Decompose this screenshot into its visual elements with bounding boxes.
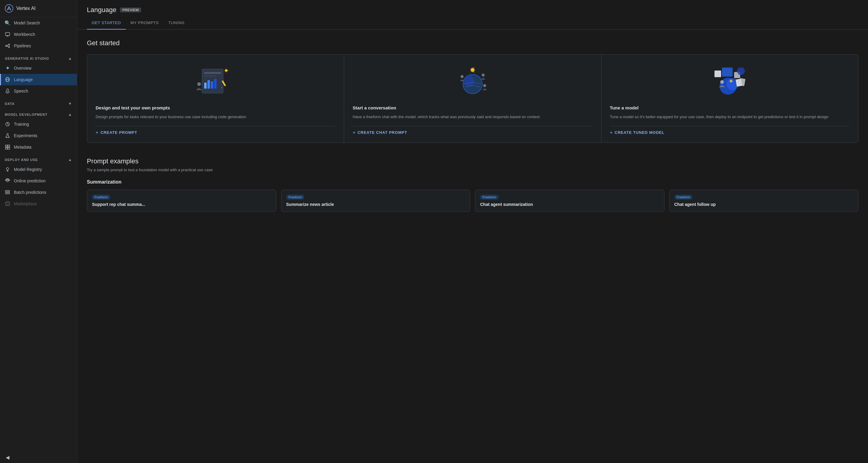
- card-3-illustration: [610, 63, 849, 99]
- sidebar-label-batch-predictions: Batch predictions: [14, 190, 46, 195]
- section-model-development[interactable]: MODEL DEVELOPMENT ▲: [0, 108, 77, 119]
- app-title: Vertex AI: [16, 6, 36, 11]
- sidebar-label-model-registry: Model Registry: [14, 167, 42, 172]
- sidebar-label-pipelines: Pipelines: [14, 43, 31, 48]
- svg-point-33: [197, 82, 201, 86]
- section-deploy-chevron: ▲: [68, 158, 72, 162]
- svg-rect-16: [5, 145, 7, 147]
- tab-get-started[interactable]: GET STARTED: [87, 16, 126, 29]
- sidebar-item-marketplace[interactable]: Marketplace: [0, 198, 77, 209]
- svg-point-0: [5, 4, 13, 12]
- svg-point-20: [6, 168, 9, 170]
- svg-point-37: [464, 76, 474, 87]
- svg-rect-43: [714, 70, 721, 77]
- example-card-1[interactable]: Freeform Summarize news article: [281, 190, 470, 212]
- workbench-icon: [5, 32, 10, 37]
- svg-rect-26: [204, 72, 221, 74]
- card-2-illustration: [352, 63, 592, 99]
- svg-rect-27: [204, 75, 216, 76]
- svg-rect-30: [211, 81, 213, 89]
- card-2-title: Start a conversation: [352, 105, 592, 110]
- example-card-2[interactable]: Freeform Chat agent summarization: [475, 190, 664, 212]
- svg-rect-19: [8, 147, 10, 149]
- sidebar-item-training[interactable]: Training: [0, 119, 77, 130]
- svg-line-7: [7, 45, 8, 46]
- card-2-desc: Have a freeform chat with the model, whi…: [352, 114, 592, 120]
- svg-point-5: [8, 44, 10, 45]
- example-card-3[interactable]: Freeform Chat agent follow up: [669, 190, 859, 212]
- section-deploy-use[interactable]: DEPLOY AND USE ▲: [0, 153, 77, 164]
- tabs-bar: GET STARTED MY PROMPTS TUNING: [77, 16, 868, 30]
- card-1-desc: Design prompts for tasks relevant to you…: [96, 114, 335, 120]
- sidebar-item-metadata[interactable]: Metadata: [0, 141, 77, 153]
- metadata-icon: [5, 144, 10, 150]
- sidebar-item-language[interactable]: Language: [0, 74, 77, 85]
- svg-line-8: [7, 46, 8, 47]
- svg-rect-12: [7, 89, 8, 92]
- tab-tuning[interactable]: TUNING: [163, 16, 189, 29]
- plus-icon-3: +: [610, 130, 613, 135]
- plus-icon-2: +: [352, 130, 355, 135]
- svg-rect-22: [5, 191, 10, 192]
- section-data-chevron: ▼: [68, 102, 72, 106]
- page-header: Language PREVIEW: [77, 0, 868, 14]
- sidebar-label-training: Training: [14, 122, 29, 127]
- summarization-title: Summarization: [87, 179, 858, 185]
- sidebar-item-experiments[interactable]: Experiments: [0, 130, 77, 141]
- vertex-ai-logo: [5, 4, 13, 13]
- sidebar-item-workbench[interactable]: Workbench: [0, 29, 77, 40]
- section-chevron-up: ▲: [68, 56, 72, 61]
- section-generative-ai-studio[interactable]: GENERATIVE AI STUDIO ▲: [0, 52, 77, 62]
- svg-point-6: [8, 46, 10, 47]
- svg-rect-29: [208, 80, 210, 89]
- batch-predictions-icon: [5, 190, 10, 195]
- content-area: Get started: [77, 30, 868, 463]
- section-data[interactable]: DATA ▼: [0, 97, 77, 108]
- collapse-icon: ◀: [5, 455, 10, 460]
- model-search-icon: 🔍: [5, 20, 10, 26]
- sidebar-label-workbench: Workbench: [14, 32, 35, 37]
- sidebar: Vertex AI 🔍 Model Search Workbench: [0, 0, 77, 463]
- speech-icon: [5, 88, 10, 94]
- svg-rect-28: [204, 82, 207, 89]
- create-chat-prompt-button[interactable]: + CREATE CHAT PROMPT: [352, 126, 592, 135]
- sidebar-item-model-search[interactable]: 🔍 Model Search: [0, 17, 77, 29]
- sidebar-label-marketplace: Marketplace: [14, 201, 37, 206]
- create-prompt-button[interactable]: + CREATE PROMPT: [96, 126, 335, 135]
- marketplace-icon: [5, 201, 10, 206]
- card-conversation: Start a conversation Have a freeform cha…: [344, 55, 601, 142]
- card-1-title: Design and test your own prompts: [96, 105, 335, 110]
- card-design-prompts: Design and test your own prompts Design …: [87, 55, 344, 142]
- sidebar-item-pipelines[interactable]: Pipelines: [0, 40, 77, 52]
- sidebar-item-overview[interactable]: ✦ Overview: [0, 62, 77, 74]
- sidebar-label-model-search: Model Search: [14, 21, 40, 25]
- svg-rect-31: [214, 79, 217, 89]
- sidebar-item-model-registry[interactable]: Model Registry: [0, 164, 77, 175]
- freeform-badge-0: Freeform: [92, 195, 111, 200]
- sidebar-label-overview: Overview: [14, 66, 31, 70]
- example-title-2: Chat agent summarization: [480, 202, 659, 207]
- tab-my-prompts[interactable]: MY PROMPTS: [126, 16, 164, 29]
- sidebar-header: Vertex AI: [0, 0, 77, 17]
- svg-point-39: [482, 73, 485, 76]
- svg-rect-17: [8, 145, 10, 147]
- sidebar-item-speech[interactable]: Speech: [0, 85, 77, 97]
- freeform-badge-3: Freeform: [674, 195, 693, 200]
- svg-point-48: [720, 80, 724, 84]
- preview-badge: PREVIEW: [120, 7, 142, 12]
- plus-icon: +: [96, 130, 99, 135]
- prompt-examples-title: Prompt examples: [87, 157, 858, 165]
- experiments-icon: [5, 133, 10, 138]
- freeform-badge-2: Freeform: [480, 195, 499, 200]
- svg-point-4: [5, 45, 7, 46]
- example-card-0[interactable]: Freeform Support rep chat summa...: [87, 190, 276, 212]
- sidebar-label-experiments: Experiments: [14, 133, 37, 138]
- example-title-0: Support rep chat summa...: [92, 202, 271, 207]
- card-1-illustration: [96, 63, 335, 99]
- sidebar-item-batch-predictions[interactable]: Batch predictions: [0, 187, 77, 198]
- freeform-badge-1: Freeform: [286, 195, 305, 200]
- sidebar-item-online-prediction[interactable]: Online prediction: [0, 175, 77, 187]
- create-tuned-model-button[interactable]: + CREATE TUNED MODEL: [610, 126, 849, 135]
- card-3-desc: Tune a model so it's better equipped for…: [610, 114, 849, 120]
- sidebar-collapse-button[interactable]: ◀: [0, 452, 77, 463]
